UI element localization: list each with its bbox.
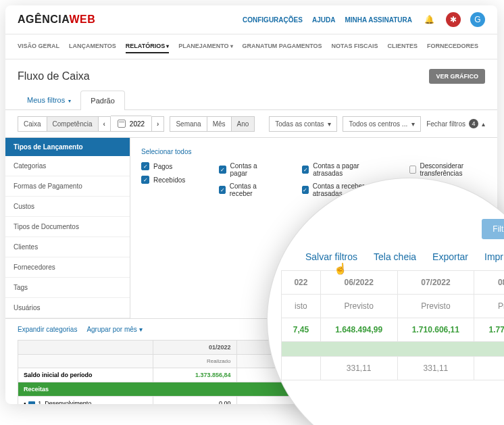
seg-semana[interactable]: Semana — [170, 116, 207, 132]
subheader: isto — [282, 295, 321, 318]
subheader: Previsto — [320, 295, 397, 318]
checkbox-label: Contas a pagar atrasadas — [313, 162, 376, 177]
tab-relatorios[interactable]: RELATÓRIOS▾ — [126, 40, 169, 53]
cursor-icon: ☝ — [334, 262, 347, 275]
checkbox-label: Desconsiderar transferências — [420, 162, 486, 177]
filter-count-badge: 4 — [469, 119, 478, 128]
chevron-down-icon: ▾ — [328, 120, 331, 128]
subheader: Previsto — [397, 295, 474, 318]
tab-planejamento[interactable]: PLANEJAMENTO▾ — [178, 40, 232, 53]
seg-ano[interactable]: Ano — [232, 116, 255, 132]
cell: 1.648.494,99 — [320, 318, 397, 342]
checkbox-contas-receber[interactable]: ✓ — [219, 186, 225, 194]
exportar-link[interactable]: Exportar — [432, 251, 468, 262]
checkbox-pagar-atrasadas[interactable]: ✓ — [302, 166, 309, 174]
checkbox-label: Contas a receber — [230, 182, 268, 197]
dropdown-contas[interactable]: Todas as contas▾ — [269, 116, 337, 132]
cell: 1.373.856,84 — [153, 368, 237, 382]
checkbox-pagos[interactable]: ✓ — [141, 162, 149, 170]
agrupar-por-mes-link[interactable]: Agrupar por mês ▾ — [86, 326, 142, 333]
tab-clientes[interactable]: CLIENTES — [387, 40, 418, 53]
checkbox-desconsiderar-transf[interactable] — [409, 166, 416, 174]
checkbox-label: Contas a pagar — [230, 162, 269, 177]
sidebar-header: Tipos de Lançamento — [5, 138, 130, 156]
sidebar-item-tags[interactable]: Tags — [5, 278, 130, 298]
cell: 331,11 — [397, 357, 474, 380]
col-header: 07/2022 — [397, 271, 474, 295]
app-badge-icon[interactable]: ✱ — [446, 12, 461, 27]
cell: 0,00 — [153, 397, 237, 405]
dropdown-centros[interactable]: Todos os centros ...▾ — [343, 116, 421, 132]
col-header: 06/2022 — [320, 271, 397, 295]
tab-granatum[interactable]: GRANATUM PAGAMENTOS — [243, 40, 322, 53]
subheader: Previsto — [474, 295, 504, 318]
select-all-link[interactable]: Selecionar todos — [141, 148, 192, 155]
zoom-table: 022 06/2022 07/2022 08/2022 isto Previst… — [281, 270, 504, 380]
sidebar-item-clientes[interactable]: Clientes — [5, 237, 130, 257]
bell-icon[interactable]: 🔔 — [422, 12, 436, 27]
subheader: Realizado — [153, 355, 237, 368]
page-title: Fluxo de Caixa — [18, 70, 90, 82]
seg-competencia[interactable]: Competência — [47, 116, 99, 132]
filtrar-button[interactable]: Filtrar — [482, 219, 504, 239]
tab-fornecedores[interactable]: FORNECEDORES — [427, 40, 478, 53]
sidebar-item-fornecedores[interactable]: Fornecedores — [5, 257, 130, 278]
col-header: 022 — [282, 271, 321, 295]
checkbox-receber-atrasadas[interactable]: ✓ — [302, 186, 309, 194]
chevron-down-icon: ▾ — [166, 43, 169, 49]
checkbox-label: Recebidos — [153, 176, 185, 184]
next-period-button[interactable]: › — [151, 116, 164, 132]
tab-visao-geral[interactable]: VISÃO GERAL — [18, 40, 59, 53]
sidebar-item-tipos-documentos[interactable]: Tipos de Documentos — [5, 217, 130, 237]
fechar-filtros-button[interactable]: Fechar filtros4▴ — [426, 119, 485, 128]
imprimir-link[interactable]: Impr — [484, 251, 503, 262]
tela-cheia-link[interactable]: Tela cheia — [374, 251, 416, 262]
avatar[interactable]: G — [470, 12, 485, 27]
chevron-down-icon: ▾ — [139, 326, 143, 333]
row-label: Saldo inicial do período — [18, 368, 153, 382]
col-header: 01/2022 — [153, 341, 237, 355]
chevron-down-icon: ▾ — [68, 98, 71, 104]
expand-icon[interactable]: ▪ — [24, 400, 26, 404]
sidebar-item-categorias[interactable]: Categorias — [5, 156, 130, 176]
cell: 7,45 — [282, 318, 321, 342]
cell: 1.772.717,23 — [474, 318, 504, 342]
col-header: 08/2022 — [474, 271, 504, 295]
folder-icon — [28, 401, 35, 404]
salvar-filtros-link[interactable]: Salvar filtros☝ — [305, 251, 357, 262]
sidebar-item-custos[interactable]: Custos — [5, 197, 130, 217]
prev-period-button[interactable]: ‹ — [99, 116, 111, 132]
row-label[interactable]: ▪1. Desenvolvimento — [18, 397, 153, 405]
cell: 331,11 — [320, 357, 397, 380]
tab-lancamentos[interactable]: LANÇAMENTOS — [69, 40, 116, 53]
expandir-categorias-link[interactable]: Expandir categorias — [18, 326, 77, 333]
logo: AGÊNCIAWEB — [18, 14, 95, 26]
checkbox-label: Pagos — [153, 163, 172, 170]
seg-mes[interactable]: Mês — [207, 116, 232, 132]
sidebar-item-usuarios[interactable]: Usuários — [5, 298, 130, 318]
sidebar-item-formas-pagamento[interactable]: Formas de Pagamento — [5, 176, 130, 197]
chevron-down-icon: ▾ — [230, 43, 233, 49]
checkbox-recebidos[interactable]: ✓ — [141, 176, 149, 184]
tab-notas[interactable]: NOTAS FISCAIS — [332, 40, 378, 53]
seg-caixa[interactable]: Caixa — [18, 116, 47, 132]
chevron-down-icon: ▾ — [411, 120, 415, 128]
ver-grafico-button[interactable]: VER GRÁFICO — [429, 69, 485, 84]
year-picker[interactable]: 2022 — [111, 116, 151, 132]
chevron-up-icon: ▴ — [482, 120, 485, 128]
tab-meus-filtros[interactable]: Meus filtros ▾ — [18, 91, 80, 110]
cell: 1.710.606,11 — [397, 318, 474, 342]
nav-ajuda[interactable]: AJUDA — [312, 16, 335, 24]
nav-config[interactable]: CONFIGURAÇÕES — [243, 16, 303, 24]
checkbox-contas-pagar[interactable]: ✓ — [219, 166, 226, 174]
tab-padrao[interactable]: Padrão — [80, 91, 124, 110]
calendar-icon — [118, 120, 126, 128]
nav-assinatura[interactable]: MINHA ASSINATURA — [345, 16, 412, 24]
